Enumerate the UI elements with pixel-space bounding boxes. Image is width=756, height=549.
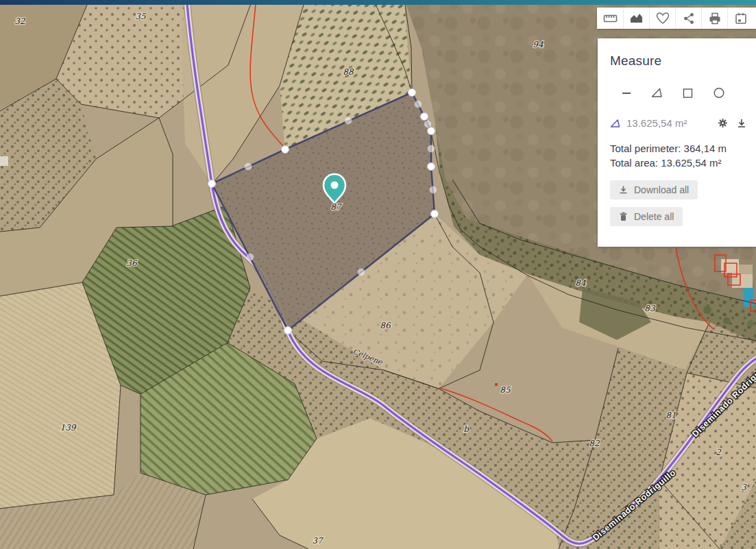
circle-tool-icon bbox=[713, 86, 725, 99]
print-icon bbox=[708, 12, 722, 25]
delete-all-button[interactable]: Delete all bbox=[610, 207, 683, 226]
measurement-totals: Total perimeter: 364,14 m Total area: 13… bbox=[610, 141, 748, 170]
parcel-number-label: 32 bbox=[14, 16, 26, 26]
measurement-midpoint-handle[interactable] bbox=[245, 163, 252, 170]
line-tool-icon bbox=[621, 87, 632, 99]
heart-icon bbox=[656, 12, 670, 25]
parcel-number-label: 81 bbox=[666, 411, 676, 420]
calendar-tool-button[interactable] bbox=[727, 8, 753, 29]
page-top-bar bbox=[0, 0, 756, 5]
measure-panel: Measure bbox=[598, 38, 756, 247]
measurement-download-button[interactable] bbox=[735, 117, 748, 130]
share-tool-button[interactable] bbox=[675, 8, 701, 29]
ruler-icon bbox=[603, 12, 618, 25]
measurement-midpoint-handle[interactable] bbox=[247, 254, 254, 260]
total-perimeter-text: Total perimeter: 364,14 m bbox=[610, 141, 748, 156]
measure-polygon-tool[interactable] bbox=[650, 86, 664, 100]
print-tool-button[interactable] bbox=[701, 8, 727, 29]
measurement-vertex-handle[interactable] bbox=[428, 127, 435, 135]
download-all-label: Download all bbox=[634, 184, 689, 195]
measurement-vertex-handle[interactable] bbox=[208, 180, 216, 188]
measurement-midpoint-handle[interactable] bbox=[345, 117, 352, 124]
measurement-midpoint-handle[interactable] bbox=[415, 101, 422, 108]
parcel-number-label: 83 bbox=[644, 304, 656, 313]
pin-parcel-label: 87 bbox=[330, 202, 342, 212]
download-all-button[interactable]: Download all bbox=[610, 180, 698, 199]
measurement-vertex-handle[interactable] bbox=[284, 327, 292, 334]
polygon-tool-icon bbox=[651, 87, 663, 99]
measurement-midpoint-handle[interactable] bbox=[428, 145, 435, 152]
parcel-number-label: 86 bbox=[380, 321, 391, 330]
measure-line-tool[interactable] bbox=[620, 86, 633, 100]
parcel-number-label: 37 bbox=[312, 536, 324, 546]
parcel-number-label: 88 bbox=[343, 67, 354, 77]
measurement-vertex-handle[interactable] bbox=[431, 210, 439, 218]
measurement-vertex-handle[interactable] bbox=[428, 163, 435, 171]
download-icon bbox=[737, 118, 746, 128]
download-all-icon bbox=[619, 185, 628, 195]
map-toolbar bbox=[597, 8, 756, 29]
pin-hole bbox=[331, 182, 339, 189]
polygon-measurement-icon bbox=[610, 119, 620, 128]
measurement-midpoint-handle[interactable] bbox=[358, 269, 365, 276]
favorite-tool-button[interactable] bbox=[649, 8, 675, 29]
measurement-vertex-handle[interactable] bbox=[282, 146, 289, 154]
calendar-icon bbox=[734, 12, 748, 25]
measurement-vertex-handle[interactable] bbox=[409, 89, 416, 97]
measure-rectangle-tool[interactable] bbox=[681, 86, 695, 100]
measurement-settings-button[interactable] bbox=[716, 117, 729, 130]
measure-panel-title: Measure bbox=[610, 53, 748, 69]
delete-all-label: Delete all bbox=[634, 211, 674, 222]
parcel-number-label: 94 bbox=[533, 40, 544, 49]
parcel-number-label: 82 bbox=[589, 439, 600, 448]
gear-icon bbox=[718, 118, 728, 128]
cadastral-map-app: 32358894368483868581821392337b Celpene D… bbox=[0, 0, 756, 549]
panel-actions: Download all Delete all bbox=[610, 180, 748, 226]
parcel-number-label: 85 bbox=[500, 385, 511, 395]
measurement-vertex-handle[interactable] bbox=[421, 113, 428, 121]
measurement-midpoint-handle[interactable] bbox=[430, 186, 437, 193]
measure-tools-row bbox=[620, 85, 748, 100]
measurement-value: 13.625,54 m² bbox=[626, 117, 710, 129]
measurement-row: 13.625,54 m² bbox=[610, 117, 748, 130]
measurement-midpoint-handle[interactable] bbox=[424, 121, 431, 127]
parcel-number-label: b bbox=[463, 424, 470, 434]
parcel-number-label: 84 bbox=[575, 278, 586, 288]
share-icon bbox=[682, 12, 696, 25]
measure-circle-tool[interactable] bbox=[711, 85, 727, 100]
area-chart-tool-button[interactable] bbox=[623, 8, 649, 29]
ruler-tool-button[interactable] bbox=[597, 8, 623, 29]
total-area-text: Total area: 13.625,54 m² bbox=[610, 156, 748, 170]
rectangle-tool-icon bbox=[682, 87, 694, 99]
parcel-number-label: 139 bbox=[60, 423, 77, 432]
area-chart-icon bbox=[629, 12, 644, 25]
trash-icon bbox=[619, 212, 628, 221]
parcel-number-label: 35 bbox=[135, 12, 147, 21]
parcel-number-label: 36 bbox=[126, 258, 138, 268]
